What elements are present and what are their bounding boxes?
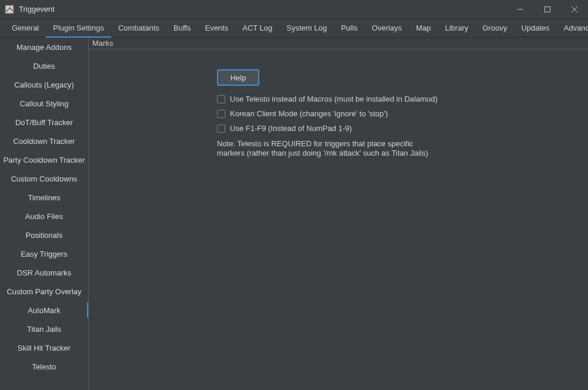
tab-library[interactable]: Library	[438, 19, 476, 37]
app-icon	[5, 5, 14, 14]
option-label: Use Telesto instead of Macros (must be i…	[230, 95, 437, 103]
tab-pulls[interactable]: Pulls	[334, 19, 365, 37]
sidebar-item-positionals[interactable]: Positionals	[0, 226, 88, 244]
sidebar-item-automark[interactable]: AutoMark	[0, 301, 88, 320]
sidebar-item-audio-files[interactable]: Audio Files	[0, 207, 88, 226]
window-title: Triggevent	[19, 5, 55, 14]
checkbox-icon[interactable]	[217, 125, 225, 133]
tab-updates[interactable]: Updates	[514, 19, 556, 37]
section-header: Marks	[89, 38, 588, 49]
tab-general[interactable]: General	[5, 19, 46, 37]
sidebar-item-callouts-legacy[interactable]: Callouts (Legacy)	[0, 75, 88, 94]
svg-rect-0	[5, 5, 14, 14]
tab-buffs[interactable]: Buffs	[166, 19, 198, 37]
sidebar-item-dsr-automarks[interactable]: DSR Automarks	[0, 263, 88, 282]
sidebar-item-callout-styling[interactable]: Callout Styling	[0, 94, 88, 113]
sidebar-item-titan-jails[interactable]: Titan Jails	[0, 320, 88, 338]
checkbox-icon[interactable]	[217, 110, 225, 118]
option-label: Korean Client Mode (changes 'ignore' to …	[230, 109, 388, 118]
option-use-fkeys[interactable]: Use F1-F9 (Instead of NumPad 1-9)	[217, 121, 588, 136]
tab-system-log[interactable]: System Log	[279, 19, 334, 37]
sidebar-item-manage-addons[interactable]: Manage Addons	[0, 38, 88, 56]
tab-plugin-settings[interactable]: Plugin Settings	[46, 19, 111, 37]
sidebar-item-cooldown-tracker[interactable]: Cooldown Tracker	[0, 132, 88, 150]
note-text: Note: Telesto is REQUIRED for triggers t…	[217, 139, 440, 159]
sidebar-item-easy-triggers[interactable]: Easy Triggers	[0, 244, 88, 263]
tab-combatants[interactable]: Combatants	[111, 19, 166, 37]
tab-advanced[interactable]: Advanced	[557, 19, 588, 37]
sidebar-item-party-cooldown-tracker[interactable]: Party Cooldown Tracker	[0, 150, 88, 169]
close-button[interactable]	[561, 0, 588, 19]
title-bar: Triggevent	[0, 0, 588, 19]
sidebar-item-custom-cooldowns[interactable]: Custom Cooldowns	[0, 169, 88, 188]
sidebar-item-custom-party-overlay[interactable]: Custom Party Overlay	[0, 282, 88, 301]
tab-map[interactable]: Map	[409, 19, 437, 37]
content-body: Help Use Telesto instead of Macros (must…	[89, 49, 588, 390]
sidebar-item-skill-hit-tracker[interactable]: Skill Hit Tracker	[0, 338, 88, 357]
sidebar-item-telesto[interactable]: Telesto	[0, 357, 88, 376]
svg-rect-2	[545, 6, 550, 12]
minimize-button[interactable]	[507, 0, 534, 19]
sidebar-item-timelines[interactable]: Timelines	[0, 188, 88, 207]
tab-groovy[interactable]: Groovy	[475, 19, 514, 37]
top-tabs: General Plugin Settings Combatants Buffs…	[0, 19, 588, 38]
sidebar-item-duties[interactable]: Duties	[0, 56, 88, 75]
option-korean-mode[interactable]: Korean Client Mode (changes 'ignore' to …	[217, 106, 588, 121]
tab-overlays[interactable]: Overlays	[365, 19, 409, 37]
maximize-button[interactable]	[534, 0, 561, 19]
content-panel: Marks Help Use Telesto instead of Macros…	[89, 38, 588, 390]
help-button[interactable]: Help	[217, 69, 259, 86]
tab-act-log[interactable]: ACT Log	[235, 19, 279, 37]
checkbox-icon[interactable]	[217, 95, 225, 103]
sidebar-item-dot-buff-tracker[interactable]: DoT/Buff Tracker	[0, 113, 88, 132]
plugin-settings-sidebar: Manage Addons Duties Callouts (Legacy) C…	[0, 38, 89, 390]
option-use-telesto[interactable]: Use Telesto instead of Macros (must be i…	[217, 92, 588, 106]
option-label: Use F1-F9 (Instead of NumPad 1-9)	[230, 124, 352, 133]
tab-events[interactable]: Events	[198, 19, 235, 37]
main-area: Manage Addons Duties Callouts (Legacy) C…	[0, 38, 588, 390]
